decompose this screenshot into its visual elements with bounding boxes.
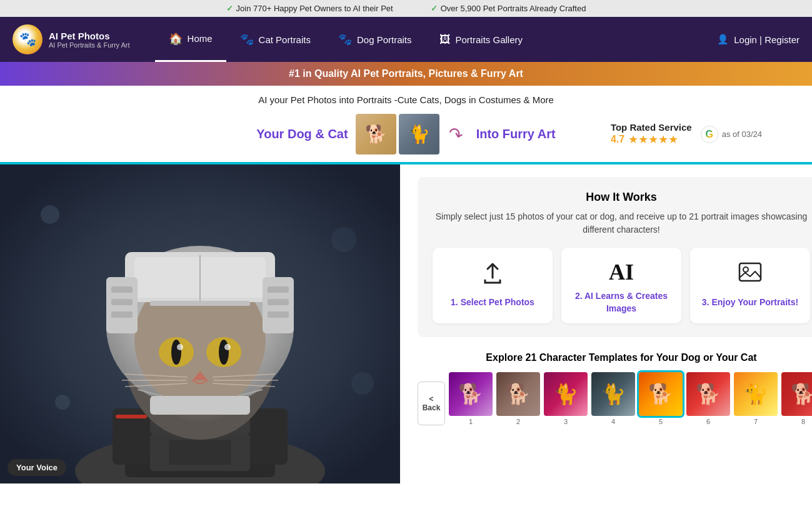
your-voice-badge[interactable]: Your Voice — [8, 459, 66, 476]
home-icon: 🏠 — [169, 32, 183, 46]
svg-rect-38 — [150, 301, 250, 306]
template-thumb-6[interactable]: 🐕 6 — [686, 372, 730, 425]
dog-icon: 🐾 — [338, 33, 352, 46]
logo-text: AI Pet Photos AI Pet Portraits & Furry A… — [49, 31, 130, 49]
svg-rect-30 — [111, 286, 133, 293]
announcement-left: ✓ Join 770+ Happy Pet Owners to AI their… — [226, 4, 393, 13]
image-icon — [698, 259, 803, 291]
rating-value: 4.7 — [611, 134, 624, 145]
upload-icon — [440, 259, 545, 291]
announcement-bar: ✓ Join 770+ Happy Pet Owners to AI their… — [0, 0, 812, 17]
svg-rect-31 — [111, 299, 133, 305]
main-content: Your Voice How It Works Simply select ju… — [0, 162, 812, 483]
google-icon: G — [701, 126, 718, 143]
svg-rect-34 — [268, 299, 289, 305]
template-thumb-1[interactable]: 🐕 1 — [449, 372, 493, 425]
step-2-label: 2. AI Learns & Creates Images — [569, 290, 674, 315]
google-badge: G as of 03/24 — [701, 126, 762, 143]
svg-rect-33 — [268, 286, 289, 293]
check-icon-left: ✓ — [226, 4, 233, 13]
svg-rect-35 — [268, 311, 289, 318]
svg-rect-8 — [169, 440, 231, 465]
rating-date: as of 03/24 — [722, 129, 762, 139]
logo-icon: 🐾 — [13, 24, 43, 54]
rating-label: Top Rated Service — [611, 122, 692, 133]
nav-links: 🏠 Home 🐾 Cat Portraits 🐾 Dog Portraits 🖼… — [155, 17, 718, 62]
svg-point-42 — [219, 340, 229, 365]
step-1: 1. Select Pet Photos — [433, 248, 553, 323]
rating-area: Top Rated Service 4.7 ★★★★★ G as of 03/2… — [611, 122, 762, 146]
navbar: 🐾 AI Pet Photos AI Pet Portraits & Furry… — [0, 17, 812, 62]
svg-point-43 — [177, 344, 183, 350]
cat-photo: 🐈 — [399, 114, 439, 154]
templates-title: Explore 21 Character Templates for Your … — [418, 352, 812, 363]
template-thumb-3[interactable]: 🐈 3 — [544, 372, 588, 425]
pet-photos: 🐕 🐈 — [356, 114, 439, 154]
check-icon-right: ✓ — [431, 4, 438, 13]
nav-home[interactable]: 🏠 Home — [155, 17, 226, 62]
svg-rect-36 — [150, 396, 250, 415]
pet-transform-bar: Your Dog & Cat 🐕 🐈 ↷ Into Furry Art Top … — [0, 110, 812, 162]
template-thumb-8[interactable]: 🐕 8 — [781, 372, 812, 425]
svg-point-41 — [171, 340, 181, 365]
svg-rect-12 — [250, 408, 288, 465]
step-3: 3. Enjoy Your Portraits! — [690, 248, 810, 323]
hero-image-area: Your Voice — [0, 164, 400, 483]
hiw-title: How It Works — [433, 191, 810, 204]
cat-icon: 🐾 — [240, 33, 254, 46]
pet-label: Your Dog & Cat — [256, 127, 348, 141]
dog-photo: 🐕 — [356, 114, 396, 154]
svg-point-55 — [743, 267, 748, 272]
banner-strip: #1 in Quality AI Pet Portraits, Pictures… — [0, 62, 812, 86]
gallery-icon: 🖼 — [439, 33, 451, 46]
nav-gallery[interactable]: 🖼 Portraits Gallery — [426, 17, 537, 62]
rating-block: Top Rated Service 4.7 ★★★★★ — [611, 122, 692, 146]
user-icon: 👤 — [717, 34, 729, 45]
template-thumb-4[interactable]: 🐈 4 — [591, 372, 635, 425]
rating-stars: ★★★★★ — [628, 133, 678, 146]
how-it-works-box: How It Works Simply select just 15 photo… — [418, 177, 812, 337]
nav-dog-portraits[interactable]: 🐾 Dog Portraits — [324, 17, 426, 62]
hiw-desc: Simply select just 15 photos of your cat… — [433, 210, 810, 236]
nav-cat-portraits[interactable]: 🐾 Cat Portraits — [226, 17, 324, 62]
svg-point-3 — [55, 395, 70, 410]
right-panel: How It Works Simply select just 15 photo… — [400, 164, 812, 483]
step-1-label: 1. Select Pet Photos — [440, 296, 545, 309]
svg-rect-54 — [739, 263, 761, 281]
template-thumb-5[interactable]: 🐕 5 — [639, 372, 683, 425]
hero-image-placeholder — [0, 164, 400, 483]
svg-rect-32 — [111, 311, 133, 318]
nav-login[interactable]: 👤 Login | Register — [717, 34, 799, 45]
into-label: Into Furry Art — [476, 127, 556, 141]
template-thumb-2[interactable]: 🐕 2 — [496, 372, 540, 425]
svg-point-1 — [41, 205, 59, 224]
svg-rect-13 — [116, 415, 147, 418]
template-thumb-7[interactable]: 🐈 7 — [734, 372, 778, 425]
ai-icon: AI — [569, 259, 674, 285]
svg-point-2 — [331, 227, 356, 252]
back-button[interactable]: < Back — [418, 382, 445, 425]
cat-portrait-svg — [0, 164, 400, 483]
step-3-label: 3. Enjoy Your Portraits! — [698, 296, 803, 309]
hero-subtitle: AI your Pet Photos into Portraits -Cute … — [0, 86, 812, 110]
templates-row: < Back 🐕 1 🐕 2 🐈 3 🐈 4 — [418, 372, 812, 425]
logo-area[interactable]: 🐾 AI Pet Photos AI Pet Portraits & Furry… — [13, 24, 130, 54]
templates-section: Explore 21 Character Templates for Your … — [418, 352, 812, 425]
banner-text: #1 in Quality AI Pet Portraits, Pictures… — [289, 68, 523, 79]
announcement-right: ✓ Over 5,900 Pet Portraits Already Craft… — [431, 4, 586, 13]
transform-arrow-icon: ↷ — [446, 123, 465, 146]
hiw-steps: 1. Select Pet Photos AI 2. AI Learns & C… — [433, 248, 810, 323]
step-2: AI 2. AI Learns & Creates Images — [561, 248, 681, 323]
svg-point-44 — [224, 344, 231, 350]
svg-point-4 — [351, 372, 374, 395]
